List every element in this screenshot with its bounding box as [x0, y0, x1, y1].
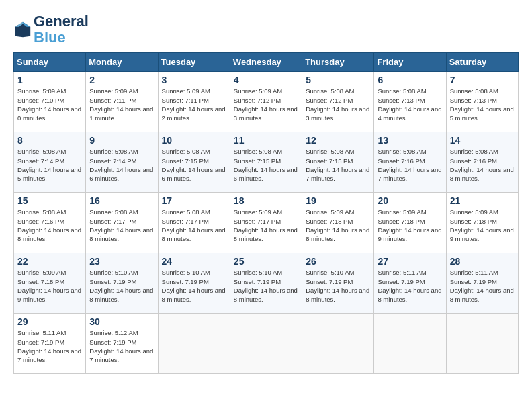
logo: General Blue: [13, 13, 89, 46]
day-info: Sunrise: 5:10 AMSunset: 7:19 PMDaylight:…: [234, 268, 298, 304]
day-info: Sunrise: 5:09 AMSunset: 7:10 PMDaylight:…: [17, 87, 82, 122]
day-number: 3: [162, 75, 226, 85]
calendar-cell: 11 Sunrise: 5:08 AMSunset: 7:15 PMDaylig…: [230, 132, 302, 193]
calendar-cell: 13 Sunrise: 5:08 AMSunset: 7:16 PMDaylig…: [374, 132, 446, 193]
day-number: 19: [306, 195, 370, 206]
day-info: Sunrise: 5:08 AMSunset: 7:16 PMDaylight:…: [17, 208, 82, 243]
calendar-cell: [446, 314, 518, 374]
day-number: 24: [162, 256, 226, 267]
day-number: 1: [17, 75, 82, 85]
day-info: Sunrise: 5:09 AMSunset: 7:11 PMDaylight:…: [89, 87, 154, 122]
day-info: Sunrise: 5:09 AMSunset: 7:18 PMDaylight:…: [450, 208, 515, 243]
day-number: 8: [17, 135, 82, 146]
day-number: 13: [378, 135, 442, 146]
day-info: Sunrise: 5:10 AMSunset: 7:19 PMDaylight:…: [162, 268, 226, 304]
calendar-cell: [374, 314, 446, 374]
calendar-cell: 27 Sunrise: 5:11 AMSunset: 7:19 PMDaylig…: [374, 253, 446, 314]
column-header-sunday: Sunday: [14, 53, 86, 72]
calendar-cell: 4 Sunrise: 5:09 AMSunset: 7:12 PMDayligh…: [230, 72, 302, 132]
day-info: Sunrise: 5:10 AMSunset: 7:19 PMDaylight:…: [306, 268, 370, 304]
calendar-cell: 28 Sunrise: 5:11 AMSunset: 7:19 PMDaylig…: [446, 253, 518, 314]
day-info: Sunrise: 5:08 AMSunset: 7:15 PMDaylight:…: [306, 147, 370, 183]
day-info: Sunrise: 5:09 AMSunset: 7:18 PMDaylight:…: [306, 208, 370, 243]
day-number: 21: [450, 195, 515, 206]
calendar-cell: 14 Sunrise: 5:08 AMSunset: 7:16 PMDaylig…: [446, 132, 518, 193]
calendar-cell: 10 Sunrise: 5:08 AMSunset: 7:15 PMDaylig…: [158, 132, 230, 193]
day-info: Sunrise: 5:09 AMSunset: 7:17 PMDaylight:…: [234, 208, 298, 243]
day-info: Sunrise: 5:12 AMSunset: 7:19 PMDaylight:…: [89, 328, 154, 364]
calendar-week-2: 8 Sunrise: 5:08 AMSunset: 7:14 PMDayligh…: [14, 132, 519, 193]
day-number: 11: [234, 135, 298, 146]
day-info: Sunrise: 5:08 AMSunset: 7:15 PMDaylight:…: [162, 147, 226, 183]
calendar-week-1: 1 Sunrise: 5:09 AMSunset: 7:10 PMDayligh…: [14, 72, 519, 132]
calendar-cell: 24 Sunrise: 5:10 AMSunset: 7:19 PMDaylig…: [158, 253, 230, 314]
column-header-friday: Friday: [374, 53, 446, 72]
day-info: Sunrise: 5:08 AMSunset: 7:17 PMDaylight:…: [162, 208, 226, 243]
day-number: 10: [162, 135, 226, 146]
day-number: 7: [450, 75, 515, 85]
calendar-cell: 9 Sunrise: 5:08 AMSunset: 7:14 PMDayligh…: [86, 132, 158, 193]
calendar-body: 1 Sunrise: 5:09 AMSunset: 7:10 PMDayligh…: [14, 72, 519, 374]
svg-marker-0: [15, 22, 30, 37]
day-info: Sunrise: 5:11 AMSunset: 7:19 PMDaylight:…: [378, 268, 442, 304]
calendar-cell: 22 Sunrise: 5:09 AMSunset: 7:18 PMDaylig…: [14, 253, 86, 314]
day-info: Sunrise: 5:08 AMSunset: 7:13 PMDaylight:…: [378, 87, 442, 122]
column-header-monday: Monday: [86, 53, 158, 72]
day-info: Sunrise: 5:11 AMSunset: 7:19 PMDaylight:…: [450, 268, 515, 304]
day-number: 5: [306, 75, 370, 85]
column-header-tuesday: Tuesday: [158, 53, 230, 72]
day-number: 17: [162, 195, 226, 206]
column-header-wednesday: Wednesday: [230, 53, 302, 72]
calendar-cell: 29 Sunrise: 5:11 AMSunset: 7:19 PMDaylig…: [14, 314, 86, 374]
day-number: 18: [234, 195, 298, 206]
column-header-saturday: Saturday: [446, 53, 518, 72]
calendar-cell: 1 Sunrise: 5:09 AMSunset: 7:10 PMDayligh…: [14, 72, 86, 132]
day-info: Sunrise: 5:08 AMSunset: 7:12 PMDaylight:…: [306, 87, 370, 122]
calendar-week-3: 15 Sunrise: 5:08 AMSunset: 7:16 PMDaylig…: [14, 193, 519, 253]
calendar-cell: 3 Sunrise: 5:09 AMSunset: 7:11 PMDayligh…: [158, 72, 230, 132]
calendar-cell: 17 Sunrise: 5:08 AMSunset: 7:17 PMDaylig…: [158, 193, 230, 253]
page-header: General Blue: [13, 13, 519, 46]
day-info: Sunrise: 5:09 AMSunset: 7:11 PMDaylight:…: [162, 87, 226, 122]
day-number: 14: [450, 135, 515, 146]
calendar-cell: 8 Sunrise: 5:08 AMSunset: 7:14 PMDayligh…: [14, 132, 86, 193]
day-number: 29: [17, 316, 82, 327]
calendar-cell: 15 Sunrise: 5:08 AMSunset: 7:16 PMDaylig…: [14, 193, 86, 253]
day-info: Sunrise: 5:10 AMSunset: 7:19 PMDaylight:…: [89, 268, 154, 304]
day-number: 25: [234, 256, 298, 267]
day-info: Sunrise: 5:08 AMSunset: 7:14 PMDaylight:…: [17, 147, 82, 183]
calendar-cell: 25 Sunrise: 5:10 AMSunset: 7:19 PMDaylig…: [230, 253, 302, 314]
calendar-week-5: 29 Sunrise: 5:11 AMSunset: 7:19 PMDaylig…: [14, 314, 519, 374]
day-number: 20: [378, 195, 442, 206]
calendar-table: SundayMondayTuesdayWednesdayThursdayFrid…: [13, 52, 519, 374]
logo-text: General Blue: [34, 13, 89, 46]
calendar-cell: 12 Sunrise: 5:08 AMSunset: 7:15 PMDaylig…: [302, 132, 374, 193]
day-info: Sunrise: 5:08 AMSunset: 7:16 PMDaylight:…: [378, 147, 442, 183]
calendar-cell: 6 Sunrise: 5:08 AMSunset: 7:13 PMDayligh…: [374, 72, 446, 132]
day-info: Sunrise: 5:08 AMSunset: 7:13 PMDaylight:…: [450, 87, 515, 122]
day-number: 16: [89, 195, 154, 206]
day-number: 30: [89, 316, 154, 327]
calendar-cell: 23 Sunrise: 5:10 AMSunset: 7:19 PMDaylig…: [86, 253, 158, 314]
calendar-cell: 7 Sunrise: 5:08 AMSunset: 7:13 PMDayligh…: [446, 72, 518, 132]
day-info: Sunrise: 5:09 AMSunset: 7:12 PMDaylight:…: [234, 87, 298, 122]
calendar-cell: 16 Sunrise: 5:08 AMSunset: 7:17 PMDaylig…: [86, 193, 158, 253]
day-number: 22: [17, 256, 82, 267]
day-number: 4: [234, 75, 298, 85]
calendar-cell: 5 Sunrise: 5:08 AMSunset: 7:12 PMDayligh…: [302, 72, 374, 132]
day-info: Sunrise: 5:08 AMSunset: 7:15 PMDaylight:…: [234, 147, 298, 183]
day-number: 15: [17, 195, 82, 206]
day-info: Sunrise: 5:08 AMSunset: 7:17 PMDaylight:…: [89, 208, 154, 243]
column-header-thursday: Thursday: [302, 53, 374, 72]
day-number: 23: [89, 256, 154, 267]
calendar-cell: [302, 314, 374, 374]
calendar-cell: 19 Sunrise: 5:09 AMSunset: 7:18 PMDaylig…: [302, 193, 374, 253]
day-info: Sunrise: 5:09 AMSunset: 7:18 PMDaylight:…: [17, 268, 82, 304]
day-number: 27: [378, 256, 442, 267]
calendar-header-row: SundayMondayTuesdayWednesdayThursdayFrid…: [14, 53, 519, 72]
calendar-cell: 18 Sunrise: 5:09 AMSunset: 7:17 PMDaylig…: [230, 193, 302, 253]
day-number: 26: [306, 256, 370, 267]
calendar-cell: [158, 314, 230, 374]
calendar-cell: 30 Sunrise: 5:12 AMSunset: 7:19 PMDaylig…: [86, 314, 158, 374]
calendar-cell: 2 Sunrise: 5:09 AMSunset: 7:11 PMDayligh…: [86, 72, 158, 132]
